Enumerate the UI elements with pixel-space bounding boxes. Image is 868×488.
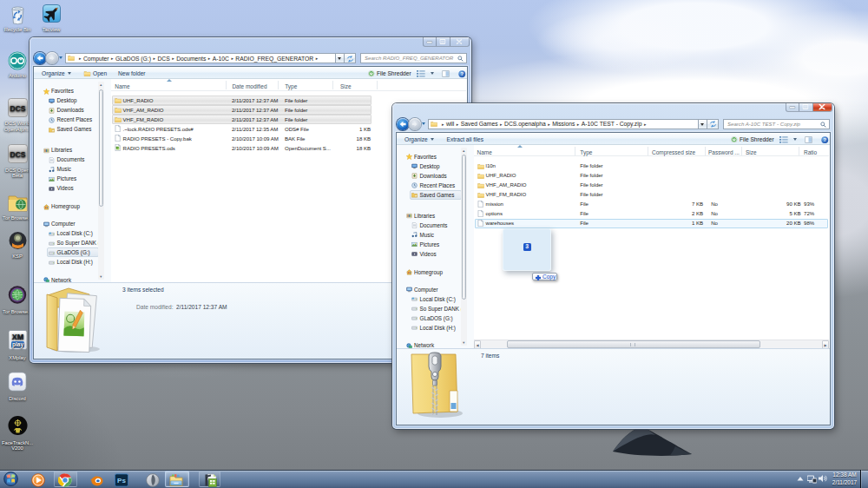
svg-text:play: play — [11, 341, 23, 348]
svg-text:?: ? — [824, 137, 827, 142]
svg-text:?: ? — [461, 71, 464, 76]
svg-text:DCS: DCS — [10, 149, 25, 158]
svg-text:DCS: DCS — [10, 103, 25, 112]
svg-text:XM: XM — [11, 333, 23, 341]
svg-text:Ps: Ps — [117, 477, 126, 485]
